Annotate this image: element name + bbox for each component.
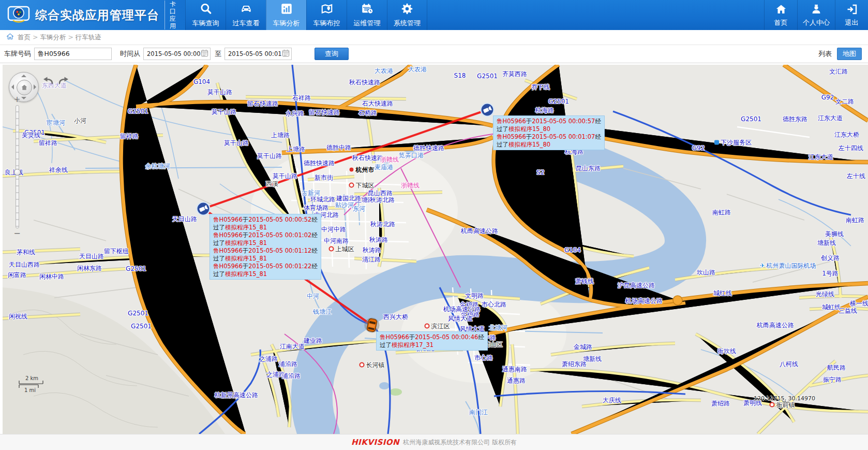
main-nav: 车辆查询过车查看车辆分析车辆布控运维管理系统管理 <box>185 0 427 30</box>
chart-icon <box>280 2 293 17</box>
view-toggle-list[interactable]: 列表 <box>818 49 832 59</box>
map-canvas[interactable]: 东西大道G104莫干山路秋石快速路大农港大农港S18G2501齐莫西路乔下线文汇… <box>0 63 868 434</box>
user-icon <box>810 3 822 17</box>
zoom-out-button[interactable]: − <box>13 230 20 237</box>
gear-icon <box>400 2 414 17</box>
app-header: 综合实战应用管理平台 卡口应用 车辆查询过车查看车辆分析车辆布控运维管理系统管理… <box>0 0 868 30</box>
breadcrumb-items: 首页 > 车辆分析 > 行车轨迹 <box>18 33 101 42</box>
pan-down-arrow[interactable] <box>21 97 26 99</box>
logo-block: 综合实战应用管理平台 卡口应用 <box>0 0 185 30</box>
view-toggle-map[interactable]: 地图 <box>837 48 862 60</box>
nav-item-label: 运维管理 <box>354 19 381 28</box>
time-from-label: 时间从 <box>120 49 140 59</box>
checkpoint-marker[interactable] <box>481 104 494 117</box>
copyright-text: 杭州海康威视系统技术有限公司 版权所有 <box>403 438 517 447</box>
breadcrumb-item-1[interactable]: 车辆分析 <box>40 33 66 41</box>
nav-item-3[interactable]: 车辆布控 <box>306 0 347 30</box>
time-to-input[interactable] <box>228 50 282 57</box>
scale-mi-label: 1 mi <box>24 387 36 393</box>
breadcrumb-item-0[interactable]: 首页 <box>18 33 31 41</box>
time-to-label: 至 <box>215 49 221 59</box>
nav-item-4[interactable]: 运维管理 <box>347 0 387 30</box>
car-icon <box>240 2 253 17</box>
plate-input[interactable] <box>34 48 112 60</box>
map-pin-icon <box>320 2 334 17</box>
calendar-icon <box>361 2 374 17</box>
vehicle-marker[interactable] <box>365 318 379 332</box>
calendar-icon[interactable] <box>282 49 290 59</box>
logout-icon <box>846 3 858 17</box>
breadcrumb: 首页 > 车辆分析 > 行车轨迹 <box>0 30 868 45</box>
user-nav-0[interactable]: 首页 <box>764 0 797 30</box>
user-nav-1[interactable]: 个人中心 <box>797 0 835 30</box>
map-coordinates: 120.12715, 30.14970 <box>754 395 815 402</box>
time-to-field[interactable] <box>225 48 292 60</box>
breadcrumb-item-2[interactable]: 行车轨迹 <box>76 33 101 41</box>
home-icon <box>775 3 787 17</box>
nav-item-2[interactable]: 车辆分析 <box>266 0 306 30</box>
nav-item-label: 车辆分析 <box>273 19 300 28</box>
map-graphics <box>3 65 868 434</box>
hikvision-logo: HIKVISION <box>351 438 399 447</box>
nav-item-label: 车辆布控 <box>313 19 340 28</box>
nav-item-0[interactable]: 车辆查询 <box>185 0 226 30</box>
pan-up-arrow[interactable] <box>21 75 26 77</box>
zoom-in-button[interactable]: + <box>14 96 21 103</box>
nav-item-label: 过车查看 <box>233 19 260 28</box>
scale-km-label: 2 km <box>25 375 38 381</box>
map-scale-bar: 2 km 1 mi <box>18 375 51 394</box>
zoom-thumb[interactable] <box>14 169 21 176</box>
map-zoom-slider[interactable]: + − <box>13 96 21 237</box>
nav-item-label: 车辆查询 <box>192 19 219 28</box>
calendar-icon[interactable] <box>201 49 208 59</box>
zoom-track[interactable] <box>16 105 19 228</box>
nav-item-label: 系统管理 <box>394 19 421 28</box>
app-logo-icon <box>7 5 30 25</box>
nav-item-5[interactable]: 系统管理 <box>387 0 427 30</box>
user-nav-label: 个人中心 <box>803 18 830 27</box>
time-from-field[interactable] <box>143 48 211 60</box>
user-nav-label: 退出 <box>845 18 859 27</box>
search-icon <box>199 2 213 17</box>
map-back-button[interactable] <box>41 75 54 88</box>
query-button[interactable]: 查询 <box>315 48 349 60</box>
map-home-button[interactable] <box>17 80 32 95</box>
plate-label: 车牌号码 <box>4 49 31 59</box>
pan-right-arrow[interactable] <box>34 84 36 90</box>
page-footer: HIKVISION 杭州海康威视系统技术有限公司 版权所有 <box>0 434 868 450</box>
checkpoint-marker[interactable] <box>197 202 210 215</box>
nav-item-1[interactable]: 过车查看 <box>226 0 266 30</box>
user-nav-label: 首页 <box>774 18 788 27</box>
time-from-input[interactable] <box>147 50 201 57</box>
pan-left-arrow[interactable] <box>11 84 14 90</box>
map-forward-button[interactable] <box>57 75 71 88</box>
app-subtitle: 卡口应用 <box>164 1 180 30</box>
user-nav: 首页个人中心退出 <box>764 0 868 30</box>
app-title: 综合实战应用管理平台 <box>35 7 159 23</box>
breadcrumb-home-icon <box>6 33 14 42</box>
filter-bar: 车牌号码 时间从 至 查询 列表 地图 <box>0 45 868 63</box>
user-nav-2[interactable]: 退出 <box>835 0 868 30</box>
